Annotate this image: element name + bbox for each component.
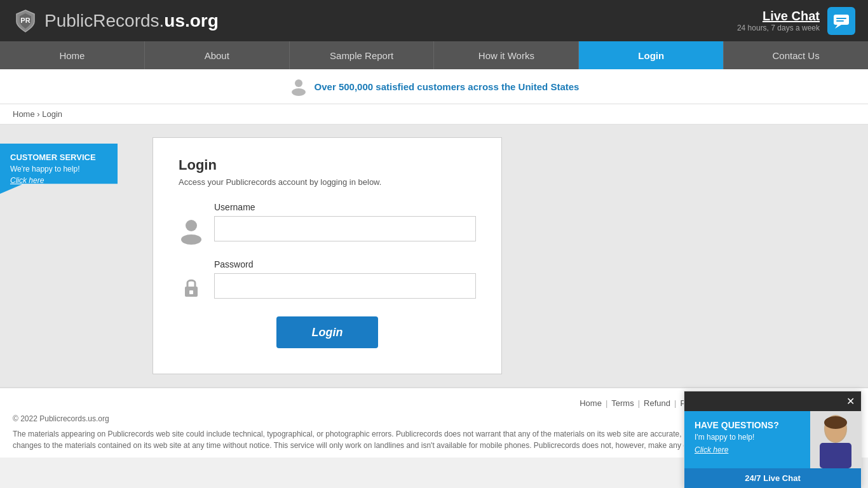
user-icon xyxy=(289,77,308,96)
live-chat-icon-button[interactable] xyxy=(827,7,855,35)
svg-rect-3 xyxy=(836,18,846,19)
svg-point-14 xyxy=(824,416,847,429)
live-chat-sub: 24 hours, 7 days a week xyxy=(737,24,820,32)
customer-service-bubble[interactable]: CUSTOMER SERVICE We're happy to help! Cl… xyxy=(0,144,118,194)
svg-rect-1 xyxy=(834,15,849,25)
breadcrumb: Home › Login xyxy=(0,104,868,125)
username-input[interactable] xyxy=(214,216,476,241)
main-content: CUSTOMER SERVICE We're happy to help! Cl… xyxy=(0,125,868,387)
username-field-block: Username xyxy=(214,202,476,241)
login-form-container: Login Access your Publicrecords account … xyxy=(153,137,502,374)
svg-point-6 xyxy=(292,88,306,96)
live-chat-text-block: Live Chat 24 hours, 7 days a week xyxy=(737,9,820,32)
cs-title: CUSTOMER SERVICE xyxy=(10,152,107,162)
chat-close-button[interactable]: ✕ xyxy=(846,395,855,407)
chat-widget-text-block: HAVE QUESTIONS? I'm happy to help! Click… xyxy=(684,411,810,458)
password-row: Password xyxy=(179,259,476,304)
logo-text: PublicRecords.us.org xyxy=(44,11,219,31)
live-chat-link[interactable]: Live Chat xyxy=(737,9,820,24)
username-row: Username xyxy=(179,202,476,247)
breadcrumb-current: Login xyxy=(42,109,62,119)
chat-widget-header: ✕ xyxy=(684,391,861,411)
svg-text:PR: PR xyxy=(20,17,30,24)
header: PR PublicRecords.us.org Live Chat 24 hou… xyxy=(0,0,868,41)
chat-avatar xyxy=(810,411,861,458)
user-form-icon xyxy=(179,215,204,247)
shield-icon: PR xyxy=(13,8,38,34)
nav-item-about[interactable]: About xyxy=(145,41,290,69)
login-button[interactable]: Login xyxy=(276,316,378,348)
password-input[interactable] xyxy=(214,273,476,299)
password-field-block: Password xyxy=(214,259,476,299)
svg-point-8 xyxy=(181,234,201,245)
svg-rect-12 xyxy=(820,443,851,458)
nav-item-sample-report[interactable]: Sample Report xyxy=(290,41,435,69)
chat-widget-title: HAVE QUESTIONS? xyxy=(695,420,800,430)
login-title: Login xyxy=(179,157,476,173)
cs-click-here-link[interactable]: Click here xyxy=(10,176,107,185)
nav: Home About Sample Report How it Works Lo… xyxy=(0,41,868,69)
svg-point-5 xyxy=(295,79,302,87)
chat-bubble-icon xyxy=(832,12,850,30)
chat-widget: ✕ HAVE QUESTIONS? I'm happy to help! Cli… xyxy=(684,391,862,458)
nav-item-contact-us[interactable]: Contact Us xyxy=(724,41,868,69)
nav-item-how-it-works[interactable]: How it Works xyxy=(434,41,579,69)
chat-widget-link[interactable]: Click here xyxy=(695,445,800,454)
logo-area: PR PublicRecords.us.org xyxy=(13,8,219,34)
footer-link-terms[interactable]: Terms xyxy=(611,398,634,408)
nav-item-home[interactable]: Home xyxy=(0,41,145,69)
lock-form-icon xyxy=(179,272,204,304)
svg-point-7 xyxy=(186,220,197,231)
svg-rect-10 xyxy=(189,290,193,294)
cs-subtitle: We're happy to help! xyxy=(10,165,107,173)
username-label: Username xyxy=(214,202,476,212)
breadcrumb-home-link[interactable]: Home xyxy=(13,109,35,119)
nav-item-login[interactable]: Login xyxy=(579,41,724,69)
svg-rect-4 xyxy=(836,20,844,22)
password-label: Password xyxy=(214,259,476,269)
svg-marker-2 xyxy=(835,25,841,29)
chat-widget-body: HAVE QUESTIONS? I'm happy to help! Click… xyxy=(684,411,861,458)
satisfaction-banner: Over 500,000 satisfied customers across … xyxy=(0,69,868,104)
footer-link-refund[interactable]: Refund xyxy=(644,398,670,408)
banner-text: Over 500,000 satisfied customers across … xyxy=(315,81,580,92)
login-subtitle: Access your Publicrecords account by log… xyxy=(179,177,476,187)
chat-widget-sub: I'm happy to help! xyxy=(695,433,800,442)
footer-link-home[interactable]: Home xyxy=(580,398,602,408)
live-chat-area: Live Chat 24 hours, 7 days a week xyxy=(737,7,855,35)
